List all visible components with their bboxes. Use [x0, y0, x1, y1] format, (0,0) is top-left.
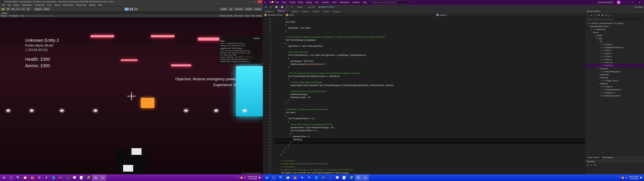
taskbar-item[interactable]: 🦊 — [29, 175, 36, 181]
taskbar-item[interactable]: ✉ — [36, 175, 42, 181]
tree-node[interactable]: ▾📁_Project — [586, 34, 644, 37]
ctrl-stats[interactable]: Stats — [251, 15, 255, 17]
taskbar-item[interactable]: 📘 — [313, 175, 320, 181]
layout-dropdown[interactable]: Layout — [254, 7, 262, 11]
taskbar-item[interactable]: ∞ — [362, 175, 369, 181]
tree-node[interactable]: ▸C#RER.cs — [586, 58, 644, 61]
tree-node[interactable]: ▸C#PHE.cs — [586, 55, 644, 58]
taskbar-item[interactable]: ✉ — [299, 175, 306, 181]
taskbar-item[interactable]: 🔍 — [15, 175, 22, 181]
tree-node[interactable]: ▸C#PistolParticleOut.cs — [586, 88, 644, 91]
menu-component[interactable]: Component — [33, 4, 46, 6]
code-line[interactable]: } — [274, 30, 585, 32]
tree-node[interactable]: ▸▸References — [586, 28, 644, 31]
pause-button[interactable]: ❚❚ — [129, 7, 134, 11]
tab-solution-explorer[interactable]: Solution Explorer — [586, 156, 601, 160]
menu-gameobject[interactable]: GameObject — [20, 4, 34, 6]
tray-up-icon[interactable]: ˄ — [617, 177, 618, 179]
code-line[interactable]: "kw">else — [274, 111, 585, 114]
avatar[interactable]: NJ — [617, 0, 620, 4]
tree-node[interactable]: ▸⧉Solution 'Unknown Entity 2' (2 project… — [586, 22, 644, 25]
code-line[interactable]: } — [274, 144, 585, 147]
code-line[interactable]: "kw">if (isFollowing == "kw">false && si… — [274, 54, 585, 57]
space-toggle[interactable]: Local — [43, 7, 50, 11]
tree-node[interactable]: ▸C#Weapon.cs — [586, 91, 644, 94]
menu-tutorial[interactable]: Tutorial — [53, 4, 62, 6]
code-line[interactable] — [274, 156, 585, 159]
attach-button[interactable]: ▶ Attach to Unity ▾ — [318, 6, 336, 8]
rect-tool-icon[interactable]: ▭ — [21, 7, 26, 11]
tree-node[interactable]: ▾📁Weapons — [586, 82, 644, 85]
code-line[interactable] — [274, 105, 585, 108]
tree-node[interactable]: ▸📁Objectives — [586, 73, 644, 76]
menu-debug[interactable]: Debug — [305, 1, 313, 4]
tree-node[interactable]: ▸C#Trigger_Door.cs — [586, 79, 644, 82]
nav-back-icon[interactable]: ◄ — [264, 6, 268, 8]
save-all-icon[interactable]: 💾 — [280, 6, 284, 8]
tray-vol-icon[interactable]: 🔊 — [625, 177, 628, 179]
collapse-icon[interactable]: ▣ — [597, 14, 600, 16]
cloud-icon[interactable]: ☁ — [228, 7, 233, 11]
code-line[interactable]: } — [274, 150, 585, 153]
account-dropdown[interactable]: Account — [234, 7, 244, 11]
tree-node[interactable]: ▾📁Structural — [586, 76, 644, 79]
code-line[interactable]: } — [274, 66, 585, 69]
taskbar-item[interactable]: 🎧 — [64, 175, 71, 181]
code-line[interactable]: isFollowing = "kw">true; — [274, 60, 585, 63]
move-tool-icon[interactable]: ✥ — [6, 7, 10, 11]
taskbar-item[interactable]: ✈ — [306, 175, 312, 181]
taskbar-item[interactable]: 📝 — [78, 175, 85, 181]
rotate-tool-icon[interactable]: ↻ — [11, 7, 16, 11]
scale-slider[interactable] — [26, 16, 49, 16]
taskbar-item[interactable]: ⊞ — [1, 175, 8, 181]
tab-scce[interactable]: SCCE.cs✕ — [276, 10, 290, 13]
tray-bt-icon[interactable]: ᛒ — [238, 177, 239, 179]
prop-wrench-icon[interactable]: 🔧 — [594, 164, 596, 167]
code-line[interactable]: fireRateCounter = 0f; — [274, 96, 585, 99]
taskbar-item[interactable]: 📁 — [22, 175, 28, 181]
minimize-button[interactable]: — — [247, 0, 252, 3]
minimize-button[interactable]: — — [622, 0, 629, 4]
taskbar-item[interactable]: 🧩 — [348, 175, 355, 181]
code-line[interactable]: "kw">if (wanderCheck == 1) — [274, 129, 585, 132]
menu-analyze[interactable]: Analyze — [320, 1, 330, 4]
code-line[interactable]: } — [274, 153, 585, 156]
code-line[interactable]: "kw">public "kw">override "kw">void Take… — [274, 171, 585, 174]
tree-node[interactable]: ▸C#Entity.cs — [586, 43, 644, 46]
taskbar-item[interactable]: ∞ — [99, 175, 106, 181]
config-dropdown[interactable]: Debug — [295, 6, 304, 8]
code-line[interactable]: } — [274, 147, 585, 150]
menu-window[interactable]: Window — [88, 4, 97, 6]
code-line[interactable]: // Has a 5% chance of wandering this fra… — [274, 123, 585, 126]
tree-node[interactable]: ▸C#ODE.cs — [586, 52, 644, 55]
code-line[interactable]: // If the entity has sighted the player … — [274, 36, 585, 38]
home-icon[interactable]: ⌂ — [586, 14, 589, 16]
notif-icon[interactable]: 💬 — [640, 177, 642, 179]
tray-bt-icon[interactable]: ᛒ — [619, 177, 620, 179]
play-button[interactable]: ▶ — [124, 7, 129, 11]
taskbar-item[interactable]: 🧩 — [85, 175, 92, 181]
code-line[interactable]: { — [274, 114, 585, 117]
notif-icon[interactable]: 💬 — [258, 177, 261, 179]
taskbar-item[interactable]: 🎮 — [57, 175, 64, 181]
taskbar-item[interactable]: 📝 — [341, 175, 348, 181]
taskbar-item[interactable]: 🦊 — [292, 175, 298, 181]
tree-node[interactable]: ▸C#RFTO.cs — [586, 61, 644, 64]
maximize-button[interactable]: ▭ — [629, 0, 636, 4]
code-line[interactable]: /// Entity takes damage based on incomin… — [274, 162, 585, 165]
tree-node[interactable]: ▾📁Code — [586, 37, 644, 40]
system-tray[interactable]: ˄ ᛒ 📶 🔊 3:04:52 PM 8/14/2019 💬 — [234, 176, 262, 180]
code-editor[interactable]: 6566676869707172737475767778798081828384… — [263, 17, 585, 174]
nav-method[interactable]: Update() — [435, 14, 585, 16]
transform-tool-icon[interactable]: ✦ — [26, 7, 30, 11]
categorize-icon[interactable]: ▤ — [586, 164, 589, 167]
pivot-toggle[interactable]: Center — [34, 7, 42, 11]
properties-icon[interactable]: 🔧 — [604, 14, 608, 16]
tab-entity[interactable]: Entity.cs — [331, 10, 342, 13]
taskbar-item[interactable]: ◯ — [8, 175, 14, 181]
taskbar-item[interactable]: 🔍 — [278, 175, 284, 181]
menu-build[interactable]: Build — [297, 1, 304, 4]
save-icon[interactable]: 💾 — [274, 6, 278, 8]
taskbar-clock[interactable]: 3:04:52 PM 8/14/2019 — [629, 176, 638, 180]
code-line[interactable] — [274, 87, 585, 90]
